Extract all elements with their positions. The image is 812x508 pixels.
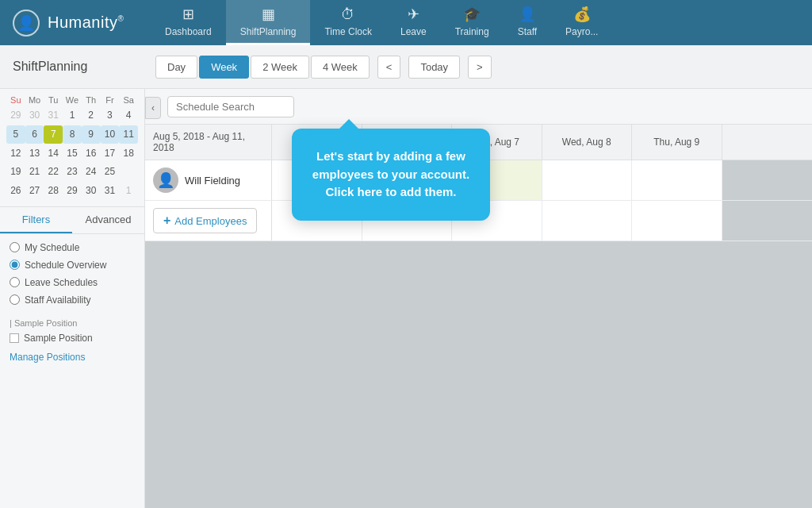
view-week-button[interactable]: Week [199,56,249,79]
cal-day[interactable]: 2 [82,106,101,125]
view-day-button[interactable]: Day [155,56,197,79]
cal-day[interactable]: 16 [82,144,101,163]
cal-day[interactable]: 15 [63,144,82,163]
subheader: ShiftPlanning Day Week 2 Week 4 Week < T… [0,45,812,89]
cal-day[interactable]: 1 [63,106,82,125]
cal-day[interactable]: 9 [82,125,101,144]
logo-icon: 👤 [13,10,40,37]
cal-day[interactable]: 24 [82,163,101,181]
cal-day[interactable]: 4 [119,106,138,125]
cal-day[interactable]: 3 [101,106,120,125]
position-item: Sample Position [0,329,144,347]
top-navigation: 👤 Humanity® ⊞ Dashboard ▦ ShiftPlanning … [0,0,812,45]
day-header-thu: Thu, Aug 9 [632,125,722,160]
shift-cell-wed[interactable] [542,160,633,200]
cal-day[interactable]: 13 [25,144,44,163]
nav-staff[interactable]: 👤 Staff [504,0,551,45]
tab-filters[interactable]: Filters [0,207,72,233]
cal-day[interactable]: 25 [101,163,120,181]
employee-avatar: 👤 [153,167,178,193]
date-range-header: Aug 5, 2018 - Aug 11, 2018 [145,125,272,160]
next-button[interactable]: > [468,56,492,79]
calendar-days: 29 30 31 1 2 3 4 5 6 7 8 9 10 11 12 13 1… [6,106,138,200]
timeclock-icon: ⏱ [341,6,355,23]
nav-dashboard-label: Dashboard [165,26,212,37]
cal-day-today[interactable]: 7 [44,125,63,144]
dashboard-icon: ⊞ [182,6,194,23]
cal-day[interactable]: 11 [119,125,138,144]
cal-day[interactable]: 19 [6,163,25,181]
cal-day[interactable]: 31 [44,106,63,125]
add-employees-button[interactable]: + Add Employees [153,208,257,233]
nav-leave[interactable]: ✈ Leave [386,0,441,45]
dow-we: We [63,95,82,105]
add-employees-rest-5 [632,201,722,241]
filter-leave-schedules-label: Leave Schedules [25,277,98,288]
app-name: Humanity® [48,13,124,32]
dow-su: Su [6,95,25,105]
prev-button[interactable]: < [377,56,401,79]
nav-training[interactable]: 🎓 Training [441,0,504,45]
cal-day[interactable]: 14 [44,144,63,163]
nav-shiftplanning-label: ShiftPlanning [240,26,297,37]
cal-day[interactable]: 27 [25,182,44,200]
add-employees-label: Add Employees [174,215,247,227]
training-icon: 🎓 [463,6,481,23]
sidebar: Su Mo Tu We Th Fr Sa 29 30 31 1 2 3 4 5 … [0,89,145,508]
cal-day[interactable]: 29 [6,106,25,125]
filter-staff-availability-label: Staff Availability [25,294,91,306]
add-plus-icon: + [163,214,170,228]
cal-day[interactable]: 30 [25,106,44,125]
nav-timeclock[interactable]: ⏱ Time Clock [310,0,386,45]
employee-cell: 👤 Will Fielding [145,160,272,200]
cal-day[interactable]: 1 [119,182,138,200]
cal-day[interactable]: 23 [63,163,82,181]
cal-day[interactable]: 10 [101,125,120,144]
cal-day[interactable]: 21 [25,163,44,181]
filter-leave-schedules[interactable]: Leave Schedules [10,277,135,288]
day-header-wed: Wed, Aug 8 [542,125,633,160]
cal-day[interactable]: 18 [119,144,138,163]
nav-payroll[interactable]: 💰 Payro... [551,0,612,45]
manage-positions-link[interactable]: Manage Positions [0,347,144,368]
filter-schedule-overview[interactable]: Schedule Overview [10,260,135,271]
shiftplanning-icon: ▦ [262,6,275,23]
filter-schedule-overview-label: Schedule Overview [25,260,106,271]
view-4week-button[interactable]: 4 Week [311,56,370,79]
cal-day[interactable]: 29 [63,182,82,200]
mini-calendar: Su Mo Tu We Th Fr Sa 29 30 31 1 2 3 4 5 … [0,89,144,206]
content-area: ‹ Aug 5, 2018 - Aug 11, 2018 Sun, Aug 5 … [145,89,812,508]
cal-day[interactable] [119,163,138,181]
dow-fr: Fr [101,95,120,105]
page-title: ShiftPlanning [13,60,147,74]
shift-cell-thu[interactable] [632,160,722,200]
nav-shiftplanning[interactable]: ▦ ShiftPlanning [226,0,311,45]
logo-area[interactable]: 👤 Humanity® [0,10,151,37]
position-checkbox[interactable] [10,333,19,343]
schedule-search-input[interactable] [167,96,294,117]
nav-items: ⊞ Dashboard ▦ ShiftPlanning ⏱ Time Clock… [151,0,812,45]
today-button[interactable]: Today [408,56,460,79]
cal-day[interactable]: 12 [6,144,25,163]
cal-day[interactable]: 26 [6,182,25,200]
sidebar-tabs: Filters Advanced [0,206,144,234]
cal-day[interactable]: 31 [101,182,120,200]
cal-day[interactable]: 6 [25,125,44,144]
staff-icon: 👤 [519,6,536,23]
nav-timeclock-label: Time Clock [324,26,372,37]
cal-day[interactable]: 17 [101,144,120,163]
days-of-week: Su Mo Tu We Th Fr Sa [6,95,138,105]
nav-dashboard[interactable]: ⊞ Dashboard [151,0,226,45]
cal-day[interactable]: 22 [44,163,63,181]
tab-advanced[interactable]: Advanced [72,207,144,233]
tooltip-bubble[interactable]: Let's start by adding a few employees to… [292,129,490,221]
collapse-sidebar-button[interactable]: ‹ [145,97,161,119]
view-2week-button[interactable]: 2 Week [251,56,309,79]
filter-staff-availability[interactable]: Staff Availability [10,294,135,306]
payroll-icon: 💰 [573,6,591,23]
cal-day[interactable]: 30 [82,182,101,200]
cal-day[interactable]: 28 [44,182,63,200]
cal-day[interactable]: 8 [63,125,82,144]
cal-day[interactable]: 5 [6,125,25,144]
filter-my-schedule[interactable]: My Schedule [10,242,135,253]
